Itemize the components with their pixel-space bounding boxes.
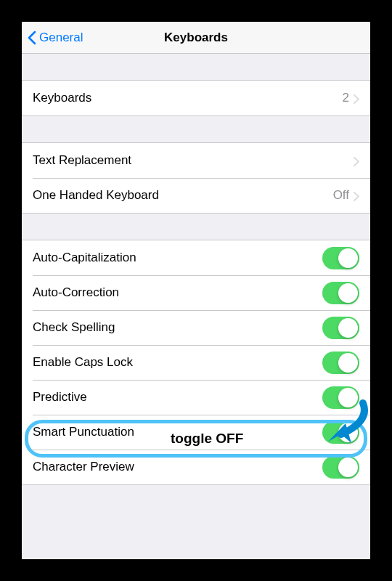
smart-punct-row: Smart Punctuation bbox=[22, 415, 370, 450]
row-label: Enable Caps Lock bbox=[33, 355, 322, 370]
back-label: General bbox=[39, 31, 83, 45]
auto-cap-toggle[interactable] bbox=[322, 247, 359, 269]
keyboards-row[interactable]: Keyboards 2 bbox=[22, 81, 370, 115]
smart-punct-toggle[interactable] bbox=[322, 421, 359, 444]
caps-lock-row: Enable Caps Lock bbox=[22, 345, 370, 380]
auto-cap-row: Auto-Capitalization bbox=[22, 240, 370, 275]
predictive-row: Predictive bbox=[22, 380, 370, 415]
section-text: Text Replacement One Handed Keyboard Off bbox=[22, 142, 370, 214]
row-label: Auto-Correction bbox=[33, 285, 322, 300]
check-spelling-toggle[interactable] bbox=[322, 317, 359, 339]
row-label: Check Spelling bbox=[33, 320, 322, 335]
char-preview-toggle[interactable] bbox=[322, 456, 359, 479]
back-button[interactable]: General bbox=[22, 31, 83, 45]
check-spelling-row: Check Spelling bbox=[22, 310, 370, 345]
keyboards-count: 2 bbox=[343, 91, 349, 105]
row-label: Predictive bbox=[33, 390, 322, 405]
row-label: Smart Punctuation bbox=[33, 425, 322, 439]
section-keyboards: Keyboards 2 bbox=[22, 80, 370, 116]
predictive-toggle[interactable] bbox=[322, 386, 359, 409]
nav-bar: General Keyboards bbox=[22, 22, 370, 54]
auto-correct-toggle[interactable] bbox=[322, 282, 359, 304]
row-label: Keyboards bbox=[33, 91, 343, 105]
section-gap bbox=[22, 54, 370, 80]
row-label: Auto-Capitalization bbox=[33, 251, 322, 265]
chevron-left-icon bbox=[28, 31, 36, 45]
text-replacement-row[interactable]: Text Replacement bbox=[22, 143, 370, 178]
row-label: One Handed Keyboard bbox=[33, 188, 333, 203]
auto-correct-row: Auto-Correction bbox=[22, 275, 370, 310]
one-handed-value: Off bbox=[333, 188, 349, 203]
chevron-right-icon bbox=[354, 156, 359, 166]
section-gap bbox=[22, 116, 370, 142]
chevron-right-icon bbox=[354, 94, 359, 103]
one-handed-row[interactable]: One Handed Keyboard Off bbox=[22, 178, 370, 213]
char-preview-row: Character Preview bbox=[22, 450, 370, 484]
caps-lock-toggle[interactable] bbox=[322, 352, 359, 374]
row-label: Text Replacement bbox=[33, 153, 354, 168]
row-label: Character Preview bbox=[33, 460, 322, 474]
section-gap bbox=[22, 214, 370, 240]
chevron-right-icon bbox=[354, 191, 359, 200]
section-toggles: Auto-Capitalization Auto-Correction Chec… bbox=[22, 240, 370, 485]
